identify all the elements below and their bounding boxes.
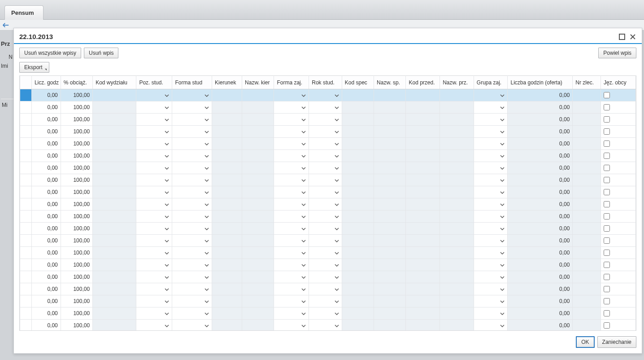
dialog-header: 22.10.2013 <box>14 28 642 31</box>
top-tab-bar: Pensum <box>0 0 644 20</box>
tab-pensum[interactable]: Pensum <box>4 5 44 20</box>
dialog-window: 22.10.2013 Usuń wszystkie wpisy Usuń wpi… <box>13 28 642 31</box>
back-arrow-icon[interactable] <box>2 22 10 29</box>
